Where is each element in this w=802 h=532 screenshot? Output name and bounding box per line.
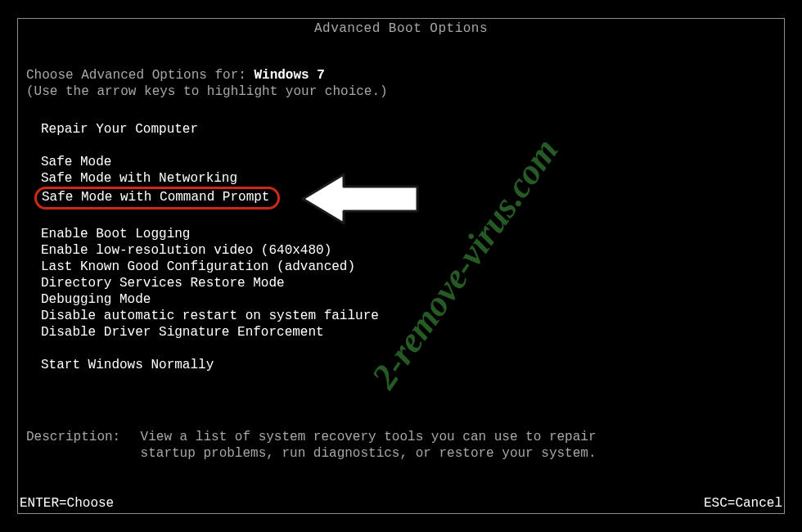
menu-item-safe-mode-networking[interactable]: Safe Mode with Networking [41,170,379,187]
intro-line1: Choose Advanced Options for: [26,68,254,83]
menu-item-repair[interactable]: Repair Your Computer [41,121,379,138]
menu-item-ds-restore[interactable]: Directory Services Restore Mode [41,275,379,291]
os-name: Windows 7 [254,68,324,83]
menu-item-safe-mode-cmd[interactable]: Safe Mode with Command Prompt [41,187,379,210]
menu-item-lowres-video[interactable]: Enable low-resolution video (640x480) [41,242,379,259]
footer-enter: ENTER=Choose [20,496,114,511]
boot-menu[interactable]: Repair Your Computer Safe Mode Safe Mode… [41,121,379,390]
page-title: Advanced Boot Options [0,21,802,36]
intro-line2: (Use the arrow keys to highlight your ch… [26,83,388,100]
menu-group-normal: Start Windows Normally [41,357,379,373]
menu-highlight: Safe Mode with Command Prompt [34,187,280,210]
menu-group-safemode: Safe Mode Safe Mode with Networking Safe… [41,154,379,210]
footer-bar: ENTER=Choose ESC=Cancel [20,496,782,511]
menu-item-disable-driver-sig[interactable]: Disable Driver Signature Enforcement [41,324,379,340]
menu-group-repair: Repair Your Computer [41,121,379,138]
menu-item-debugging[interactable]: Debugging Mode [41,291,379,308]
menu-group-advanced: Enable Boot Logging Enable low-resolutio… [41,226,379,340]
menu-item-boot-logging[interactable]: Enable Boot Logging [41,226,379,242]
footer-esc: ESC=Cancel [704,496,782,511]
description-text: View a list of system recovery tools you… [141,429,599,462]
intro-text: Choose Advanced Options for: Windows 7 (… [26,67,388,100]
description-label: Description: [26,429,133,445]
menu-item-safe-mode[interactable]: Safe Mode [41,154,379,170]
menu-item-disable-auto-restart[interactable]: Disable automatic restart on system fail… [41,308,379,324]
menu-item-start-normally[interactable]: Start Windows Normally [41,357,379,373]
description-block: Description: View a list of system recov… [26,429,599,462]
menu-item-last-known-good[interactable]: Last Known Good Configuration (advanced) [41,259,379,275]
